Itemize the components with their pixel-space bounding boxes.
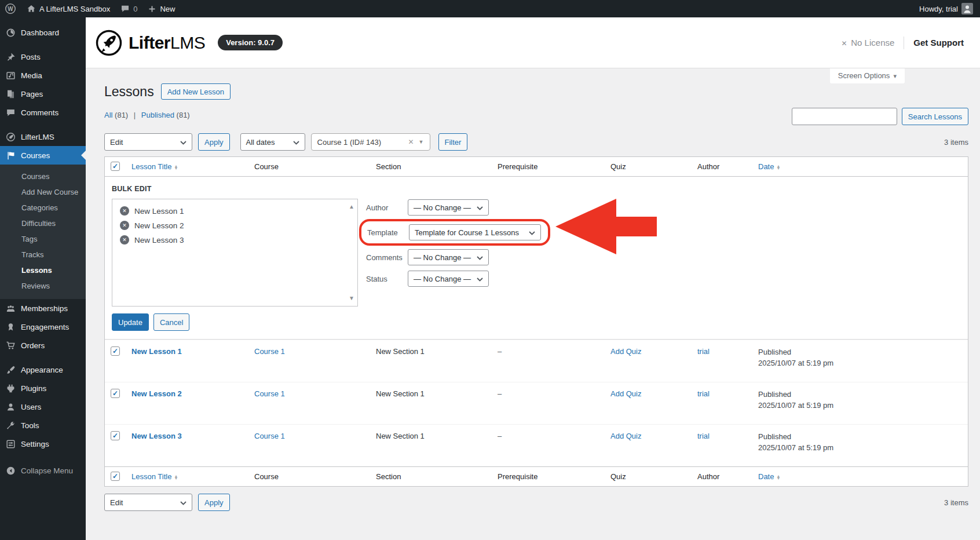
- author-select[interactable]: — No Change —: [408, 199, 489, 216]
- sidebar-item-engagements[interactable]: Engagements: [0, 318, 86, 336]
- column-footer-course: Course: [248, 467, 370, 486]
- sidebar-item-posts[interactable]: Posts: [0, 48, 86, 66]
- template-field-label: Template: [367, 228, 409, 237]
- bulk-lesson-item: New Lesson 1: [120, 206, 341, 216]
- sidebar-item-users[interactable]: Users: [0, 397, 86, 416]
- filter-published-count: (81): [177, 111, 190, 119]
- screen-options-toggle[interactable]: Screen Options: [830, 68, 905, 83]
- apply-button-top[interactable]: Apply: [198, 133, 230, 151]
- sort-icons: ▲▼: [174, 165, 178, 170]
- search-lessons-button[interactable]: Search Lessons: [902, 108, 968, 125]
- row-checkbox[interactable]: [111, 346, 120, 356]
- dates-select[interactable]: All dates: [240, 133, 305, 151]
- add-quiz-link[interactable]: Add Quiz: [610, 389, 641, 398]
- template-select[interactable]: Template for Course 1 Lessons: [409, 224, 541, 240]
- get-support-link[interactable]: Get Support: [913, 38, 964, 48]
- submenu-lessons[interactable]: Lessons: [0, 262, 86, 278]
- scroll-up-icon[interactable]: ▲: [349, 204, 354, 210]
- sidebar-item-dashboard[interactable]: Dashboard: [0, 23, 86, 42]
- lifterlms-header: LifterLMS Version: 9.0.7 No License Get …: [86, 17, 980, 68]
- sort-icons: ▲▼: [174, 475, 178, 480]
- comments-menu[interactable]: 0: [120, 4, 137, 13]
- sidebar-item-settings[interactable]: Settings: [0, 435, 86, 453]
- search-input[interactable]: [792, 108, 897, 125]
- date-cell: Published2025/10/07 at 5:19 pm: [752, 425, 968, 459]
- table-footer-row: Lesson Title▲▼ Course Section Prerequisi…: [105, 466, 968, 486]
- author-field-row: Author — No Change —: [366, 199, 961, 216]
- remove-lesson-icon[interactable]: [120, 206, 129, 216]
- no-license-link[interactable]: No License: [842, 38, 895, 48]
- scroll-down-icon[interactable]: ▼: [349, 295, 354, 301]
- comments-select[interactable]: — No Change —: [408, 249, 489, 265]
- status-select[interactable]: — No Change —: [408, 271, 489, 287]
- column-header-title[interactable]: Lesson Title▲▼: [126, 157, 248, 176]
- apply-button-bottom[interactable]: Apply: [198, 494, 230, 511]
- sidebar-item-pages[interactable]: Pages: [0, 85, 86, 103]
- home-icon: [27, 4, 36, 13]
- clear-filter-icon[interactable]: ✕: [408, 138, 414, 146]
- select2-arrow-icon: ▼: [419, 139, 424, 145]
- sidebar-item-tools[interactable]: Tools: [0, 416, 86, 435]
- chevron-down-icon: [477, 203, 483, 212]
- sidebar-item-collapse-menu[interactable]: Collapse Menu: [0, 461, 86, 480]
- bulk-action-select-bottom[interactable]: Edit: [104, 494, 192, 511]
- lesson-title-link[interactable]: New Lesson 2: [131, 389, 182, 398]
- sidebar-item-lifterlms[interactable]: LifterLMS: [0, 127, 86, 146]
- howdy-label: Howdy, trial: [919, 5, 958, 13]
- filter-all-link[interactable]: All: [104, 111, 112, 119]
- lesson-title-link[interactable]: New Lesson 3: [131, 432, 182, 440]
- prerequisite-cell: –: [492, 382, 605, 403]
- column-footer-title[interactable]: Lesson Title▲▼: [126, 467, 248, 486]
- new-content-menu[interactable]: New: [148, 5, 175, 13]
- submenu-courses[interactable]: Courses: [0, 169, 86, 184]
- lifterlms-brand: LifterLMS Version: 9.0.7: [95, 29, 283, 57]
- select-all-checkbox-bottom[interactable]: [111, 472, 120, 481]
- submenu-tracks[interactable]: Tracks: [0, 247, 86, 262]
- sidebar-item-media[interactable]: Media: [0, 66, 86, 85]
- sidebar-item-plugins[interactable]: Plugins: [0, 379, 86, 397]
- submenu-reviews[interactable]: Reviews: [0, 278, 86, 294]
- course-link[interactable]: Course 1: [254, 347, 285, 356]
- cancel-button[interactable]: Cancel: [153, 313, 189, 331]
- submenu-add-new-course[interactable]: Add New Course: [0, 184, 86, 200]
- author-link[interactable]: trial: [697, 432, 710, 440]
- sidebar-item-memberships[interactable]: Memberships: [0, 299, 86, 318]
- author-link[interactable]: trial: [697, 389, 710, 398]
- select-all-checkbox-top[interactable]: [111, 162, 120, 171]
- add-quiz-link[interactable]: Add Quiz: [610, 432, 641, 440]
- submenu-tags[interactable]: Tags: [0, 231, 86, 247]
- section-cell: New Section 1: [370, 425, 492, 446]
- add-new-lesson-button[interactable]: Add New Lesson: [161, 83, 231, 100]
- sidebar-item-courses[interactable]: Courses: [0, 146, 86, 165]
- lifterlms-logo-icon: [95, 29, 123, 57]
- sidebar-item-appearance[interactable]: Appearance: [0, 360, 86, 379]
- course-link[interactable]: Course 1: [254, 432, 285, 440]
- course-link[interactable]: Course 1: [254, 389, 285, 398]
- wordpress-logo-menu[interactable]: W: [5, 3, 16, 14]
- filter-button[interactable]: Filter: [438, 133, 468, 151]
- row-checkbox[interactable]: [111, 389, 120, 398]
- remove-lesson-icon[interactable]: [120, 221, 129, 230]
- column-header-date[interactable]: Date▲▼: [752, 157, 968, 176]
- add-quiz-link[interactable]: Add Quiz: [610, 347, 641, 356]
- cart-icon: [6, 341, 16, 351]
- sort-icons: ▲▼: [776, 475, 780, 480]
- submenu-difficulties[interactable]: Difficulties: [0, 216, 86, 231]
- flag-icon: [6, 151, 16, 160]
- remove-lesson-icon[interactable]: [120, 235, 129, 245]
- lesson-title-link[interactable]: New Lesson 1: [131, 347, 182, 356]
- column-footer-date[interactable]: Date▲▼: [752, 467, 968, 486]
- site-name-menu[interactable]: A LifterLMS Sandbox: [27, 4, 110, 13]
- sidebar-item-comments[interactable]: Comments: [0, 103, 86, 122]
- my-account-menu[interactable]: Howdy, trial: [919, 3, 973, 14]
- row-checkbox[interactable]: [111, 431, 120, 440]
- update-button[interactable]: Update: [112, 313, 149, 331]
- course-filter-select[interactable]: Course 1 (ID# 143) ✕ ▼: [311, 133, 430, 151]
- bulk-action-select[interactable]: Edit: [104, 133, 192, 151]
- column-footer-section: Section: [370, 467, 492, 486]
- bulk-edit-panel: BULK EDIT New Lesson 1 New Lesson 2: [105, 177, 968, 340]
- submenu-categories[interactable]: Categories: [0, 200, 86, 216]
- author-link[interactable]: trial: [697, 347, 710, 356]
- filter-published-link[interactable]: Published: [141, 111, 174, 119]
- sidebar-item-orders[interactable]: Orders: [0, 336, 86, 355]
